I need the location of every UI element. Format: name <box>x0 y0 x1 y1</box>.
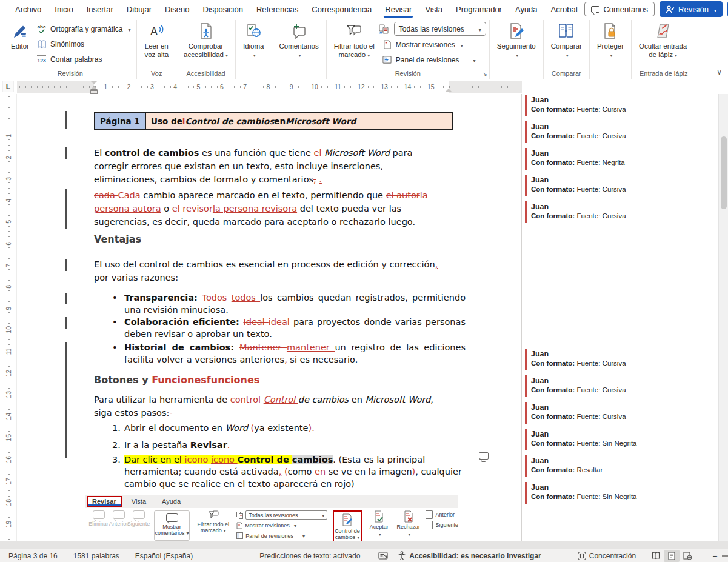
zoom-slider[interactable] <box>722 555 728 557</box>
menu-tab[interactable]: Vista <box>418 0 449 18</box>
tab-stop-selector[interactable]: L <box>2 81 14 92</box>
text-run: Microsoft Word <box>324 148 390 158</box>
document-page[interactable]: Página 1 Uso del Control de cambios en M… <box>17 94 522 541</box>
revision-callout[interactable]: Juan Con formato: Resaltar <box>525 455 715 477</box>
vertical-scrollbar[interactable] <box>718 94 728 541</box>
page-bottom-gap <box>0 541 728 549</box>
filter-markup-button[interactable]: Filtrar todo elmarcado <box>330 20 379 62</box>
text-run: Microsoft Word <box>365 395 430 404</box>
menu-tab[interactable]: Inicio <box>48 0 79 18</box>
word-count-button[interactable]: 123 Contar palabras <box>33 52 133 67</box>
zoom-out-button[interactable]: − <box>712 552 717 560</box>
page-indicator[interactable]: Página 3 de 16 <box>8 552 58 560</box>
chevron-down-icon <box>222 527 226 534</box>
bullet-list-item[interactable]: • Transparencia: Todos todos los cambios… <box>111 292 466 316</box>
horizontal-ruler[interactable]: 123456789101112131415 <box>17 81 522 93</box>
menu-tab[interactable]: Disposición <box>196 0 249 18</box>
changed-line-bar <box>65 342 67 458</box>
bullet-list-item[interactable]: • Colaboración eficiente: Ideal ideal pa… <box>111 316 466 340</box>
revision-callout[interactable]: Juan Con formato: Fuente: Sin Negrita <box>525 429 715 450</box>
language-button[interactable]: Idioma <box>239 20 269 62</box>
print-layout-view-button[interactable] <box>664 550 680 562</box>
read-mode-view-button[interactable] <box>648 550 664 562</box>
menu-tab[interactable]: Diseño <box>158 0 196 18</box>
protect-button[interactable]: Proteger <box>593 20 628 62</box>
menu-tab[interactable]: Archivo <box>8 0 48 18</box>
numbered-list-item[interactable]: 2. Ir a la pestaña Revisar. <box>111 439 466 451</box>
comments-button-label: Comentarios <box>603 5 648 14</box>
menu-tab[interactable]: Revisar <box>378 0 418 18</box>
accessibility-status[interactable]: Accesibilidad: es necesario investigar <box>398 551 541 560</box>
new-comment-button[interactable]: Comentarios <box>275 20 323 62</box>
menu-tab[interactable]: Dibujar <box>120 0 158 18</box>
language-indicator[interactable]: Español (España) <box>135 552 193 560</box>
ribbon-group-ink: Ocultar entradade lápiz Entrada de lápiz <box>632 20 696 79</box>
section-heading[interactable]: Botones y Funcionesfunciones <box>94 374 259 386</box>
track-changes-button[interactable]: Seguimiento <box>493 20 540 62</box>
revision-callout[interactable]: Juan Con formato: Fuente: Cursiva <box>525 121 715 143</box>
revision-callout[interactable]: Juan Con formato: Fuente: Cursiva <box>525 375 715 397</box>
text-predictions-icon[interactable] <box>378 552 388 560</box>
next-change-icon <box>426 521 433 529</box>
paragraph[interactable]: El control de cambios es una función que… <box>94 146 448 186</box>
text-run: control <box>230 395 264 404</box>
show-markup-label: Mostrar revisiones <box>396 41 455 49</box>
ruler-number: 9 <box>0 300 19 316</box>
numbered-list-item[interactable]: 1. Abrir el documento en Word (ya existe… <box>111 422 466 434</box>
collapse-ribbon-button[interactable]: ∨ <box>716 68 722 76</box>
ruler-number: 18 <box>0 494 19 510</box>
reviewing-pane-button[interactable]: Panel de revisiones <box>379 52 486 67</box>
menu-tab[interactable]: Referencias <box>250 0 305 18</box>
thesaurus-button[interactable]: Sinónimos <box>33 36 133 52</box>
menu-tab[interactable]: Correspondencia <box>305 0 378 18</box>
vertical-ruler[interactable]: 12345678910111213141516171819 <box>0 94 17 541</box>
paragraph[interactable]: El uso del control de cambios es esencia… <box>94 258 448 284</box>
compare-label: Comparar <box>551 42 582 60</box>
scrollbar-thumb[interactable] <box>721 136 727 209</box>
hide-ink-label: Ocultar entradade lápiz <box>639 42 687 60</box>
text-run: en <box>274 116 286 126</box>
section-heading[interactable]: Ventajas <box>94 233 141 246</box>
revision-callout[interactable]: Juan Con formato: Fuente: Cursiva <box>525 201 715 223</box>
svg-text:A: A <box>150 25 158 38</box>
comment-indicator-icon[interactable] <box>479 452 489 460</box>
read-aloud-button[interactable]: A Leer envoz alta <box>140 20 173 61</box>
word-count-indicator[interactable]: 1581 palabras <box>73 552 119 560</box>
revision-callout[interactable]: Juan Con formato: Fuente: Negrita <box>525 148 715 170</box>
document-header-table[interactable]: Página 1 Uso del Control de cambios en M… <box>94 112 453 130</box>
compare-button[interactable]: Comparar <box>547 20 586 62</box>
text-run: en <box>349 395 365 404</box>
ruler-number: 15 <box>419 81 442 93</box>
bullet-list-item[interactable]: • Historial de cambios: Mantener mantene… <box>111 341 466 366</box>
revision-callout[interactable]: Juan Con formato: Fuente: Cursiva <box>525 95 715 116</box>
embedded-screenshot-image[interactable]: RevisarVistaAyuda EliminarAnteriorSiguie… <box>85 495 458 541</box>
revision-callout[interactable]: Juan Con formato: Fuente: Sin Negrita <box>525 482 715 504</box>
revision-mode-button[interactable]: Revisión <box>660 1 723 17</box>
hide-ink-button[interactable]: Ocultar entradade lápiz <box>635 20 691 62</box>
comments-button[interactable]: Comentarios <box>584 2 655 16</box>
paragraph[interactable]: Para utilizar la herramienta de control … <box>94 393 448 420</box>
figure-reject-button: Rechazar <box>396 510 420 537</box>
text-run: Ir a la pestaña <box>124 440 190 450</box>
web-layout-view-button[interactable] <box>680 550 695 562</box>
numbered-list-item[interactable]: 3. Dar clic en el icono ícono Control de… <box>111 453 466 490</box>
show-markup-button[interactable]: Mostrar revisiones <box>379 37 486 52</box>
revision-callout[interactable]: Juan Con formato: Fuente: Cursiva <box>525 402 715 424</box>
dialog-launcher-icon[interactable]: ↘ <box>483 71 487 77</box>
editor-button[interactable]: Editor <box>7 20 33 52</box>
revision-callout[interactable]: Juan Con formato: Fuente: Cursiva <box>525 349 715 370</box>
table-cell-title: Uso del Control de cambios en Microsoft … <box>146 113 452 129</box>
check-accessibility-button[interactable]: Comprobaraccesibilidad <box>179 20 232 62</box>
word-count-label: Contar palabras <box>50 55 102 64</box>
menu-tab[interactable]: Acrobat <box>544 0 585 18</box>
menu-tab[interactable]: Ayuda <box>509 0 544 18</box>
paragraph[interactable]: cada Cada cambio aparece marcado en el t… <box>94 189 448 229</box>
display-for-review-dropdown[interactable]: Todas las revisiones <box>394 22 486 36</box>
text-predictions-indicator[interactable]: Predicciones de texto: activado <box>259 552 360 560</box>
menu-tab[interactable]: Programador <box>449 0 509 18</box>
revision-callout[interactable]: Juan Con formato: Fuente: Cursiva <box>525 175 715 196</box>
focus-mode-button[interactable]: Concentración <box>578 552 636 560</box>
spelling-grammar-button[interactable]: abc Ortografía y gramática <box>33 21 133 36</box>
menu-tabs: ArchivoInicioInsertarDibujarDiseñoDispos… <box>8 0 584 18</box>
menu-tab[interactable]: Insertar <box>80 0 120 18</box>
